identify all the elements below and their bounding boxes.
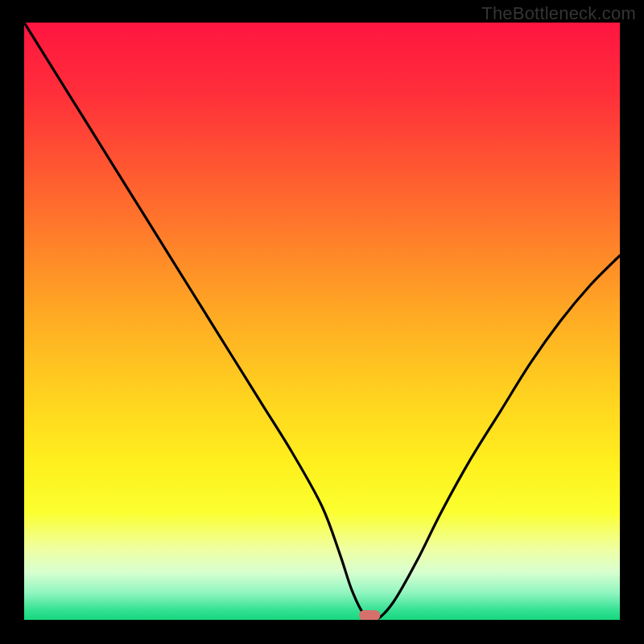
plot-area bbox=[24, 23, 620, 620]
bottleneck-chart bbox=[24, 23, 620, 620]
optimum-marker bbox=[359, 610, 380, 620]
watermark-text: TheBottleneck.com bbox=[481, 3, 636, 24]
gradient-background bbox=[24, 23, 620, 620]
chart-container: TheBottleneck.com bbox=[0, 0, 644, 644]
